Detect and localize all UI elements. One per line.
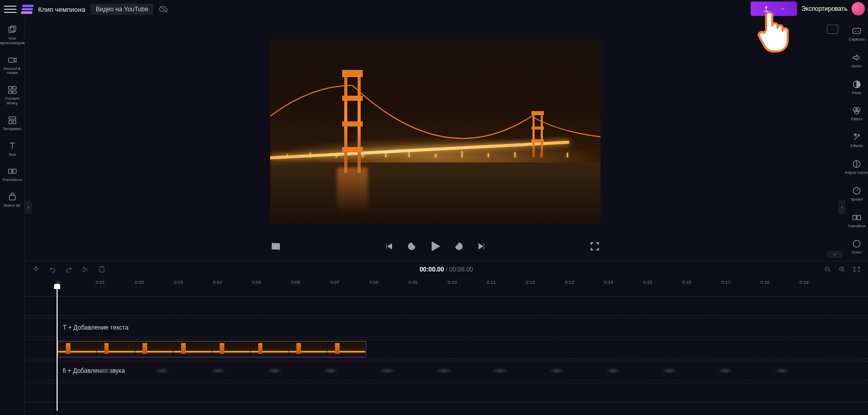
sidebar-label: Your мультимедиа (0, 37, 25, 46)
fullscreen-button[interactable] (589, 241, 600, 252)
right-sidebar: Captions Audio Fade Filters Effects Adju… (845, 19, 868, 261)
sidebar-label: Templates (3, 127, 21, 132)
ruler-tick: 0:02 (135, 280, 144, 285)
zoom-fit-button[interactable] (853, 265, 861, 274)
svg-rect-4 (8, 87, 12, 89)
top-bar: Клип чемпиона Видео на YouTube Экспортир… (0, 0, 868, 19)
sidebar-label: Transitions (2, 178, 22, 183)
current-time: 00:00.00 (419, 266, 444, 273)
track-audio[interactable]: fi + Добавление звука (25, 361, 868, 381)
ruler-tick: 0:16 (682, 280, 692, 285)
playhead[interactable] (57, 288, 58, 411)
crop-button[interactable] (98, 265, 106, 274)
svg-rect-6 (8, 91, 12, 94)
ruler-tick: 0:01 (96, 280, 105, 285)
export-label: Экспортировать (801, 5, 847, 12)
video-type-badge[interactable]: Видео на YouTube (91, 4, 153, 15)
video-clip[interactable] (58, 341, 366, 357)
sidebar-item-brand-kit[interactable]: Brand kit (0, 190, 25, 210)
redo-button[interactable] (65, 265, 73, 274)
rewind-button[interactable] (406, 241, 417, 252)
zoom-out-button[interactable] (824, 265, 832, 274)
split-button[interactable] (81, 265, 90, 274)
svg-rect-10 (13, 120, 15, 124)
skip-back-button[interactable] (383, 241, 395, 252)
sidebar-item-transition[interactable]: Transition (844, 210, 868, 231)
track-video[interactable] (25, 339, 868, 359)
user-avatar[interactable] (852, 2, 865, 15)
sidebar-item-color[interactable]: Color (844, 237, 868, 257)
ruler-tick: 0:06 (291, 280, 300, 285)
sidebar-item-templates[interactable]: Templates (0, 113, 25, 134)
sidebar-label: Adjust colors (845, 171, 868, 175)
sidebar-label: Brand kit (4, 204, 21, 208)
track-empty-top[interactable] (25, 296, 868, 316)
ruler-tick: 0:10 (448, 280, 457, 285)
sidebar-item-speed[interactable]: Speed (844, 184, 868, 204)
sidebar-item-captions[interactable]: Captions (844, 24, 868, 44)
play-button[interactable] (429, 240, 442, 253)
tracks-area: T + Добавление текста fi + Добавление зв… (25, 290, 868, 402)
svg-point-26 (83, 267, 84, 268)
text-track-hint: T + Добавление текста (63, 324, 129, 331)
playback-controls (270, 240, 600, 253)
skip-forward-button[interactable] (476, 241, 487, 252)
app-logo-icon (21, 5, 33, 14)
sidebar-label: Record & create (0, 67, 25, 76)
ruler-tick: 0:15 (643, 280, 652, 285)
ruler-tick: 0:07 (330, 280, 340, 285)
video-canvas[interactable] (270, 39, 600, 224)
chevron-down-icon[interactable] (780, 6, 785, 11)
sidebar-label: Content library (0, 97, 25, 106)
forward-button[interactable] (453, 241, 465, 252)
track-text[interactable]: T + Добавление текста (25, 318, 868, 337)
track-empty-bottom[interactable] (25, 383, 868, 402)
total-time: 00:08.00 (449, 266, 473, 273)
ruler-tick: 0:03 (174, 280, 183, 285)
sidebar-label: Text (8, 153, 16, 157)
sidebar-item-filters[interactable]: Filters (844, 103, 868, 124)
zoom-in-button[interactable] (838, 265, 846, 274)
time-separator: / (444, 266, 449, 273)
sidebar-item-adjust-colors[interactable]: Adjust colors (844, 157, 868, 177)
chevron-down-icon (832, 252, 837, 257)
menu-icon[interactable] (4, 3, 16, 15)
svg-rect-21 (853, 215, 857, 219)
svg-rect-8 (9, 117, 15, 119)
sidebar-item-audio[interactable]: Audio (844, 50, 868, 71)
ruler-tick: 0:19 (800, 280, 809, 285)
sidebar-label: Fade (852, 91, 861, 96)
svg-rect-28 (100, 267, 104, 273)
ruler-tick: 0:12 (526, 280, 535, 285)
undo-button[interactable] (48, 265, 57, 274)
svg-rect-22 (857, 215, 861, 219)
magic-tool-icon[interactable] (32, 265, 40, 274)
svg-rect-3 (8, 58, 14, 62)
safe-zone-toggle[interactable] (270, 241, 281, 252)
ruler-tick: 0:05 (252, 280, 261, 285)
svg-rect-1 (9, 27, 14, 32)
left-sidebar: Your мультимедиа Record & create Content… (0, 19, 25, 415)
preview-panel (25, 19, 845, 261)
sidebar-label: Filters (851, 117, 862, 122)
sidebar-label: Effects (851, 144, 863, 149)
svg-point-23 (853, 241, 860, 247)
sidebar-item-your-media[interactable]: Your мультимедиа (0, 23, 25, 48)
sidebar-item-effects[interactable]: Effects (844, 130, 868, 151)
ruler-tick: 0:11 (487, 280, 496, 285)
svg-rect-5 (12, 87, 16, 89)
export-button[interactable] (751, 2, 797, 16)
sidebar-item-transitions[interactable]: Transitions (0, 164, 25, 185)
cloud-sync-off-icon (158, 4, 169, 14)
svg-point-27 (83, 270, 84, 272)
svg-rect-2 (10, 26, 15, 31)
project-title[interactable]: Клип чемпиона (38, 6, 85, 13)
ruler-tick: 0:14 (604, 280, 613, 285)
sidebar-item-record-create[interactable]: Record & create (0, 53, 25, 78)
sidebar-item-fade[interactable]: Fade (844, 77, 868, 98)
timeline-expand-button[interactable] (827, 251, 842, 258)
timeline-ruler[interactable]: 00:010:020:030:040:050:060:070:080:090:1… (25, 280, 868, 290)
sidebar-item-content-library[interactable]: Content library (0, 83, 25, 108)
ruler-tick: 0:04 (213, 280, 222, 285)
sidebar-item-text[interactable]: Text (0, 139, 25, 159)
